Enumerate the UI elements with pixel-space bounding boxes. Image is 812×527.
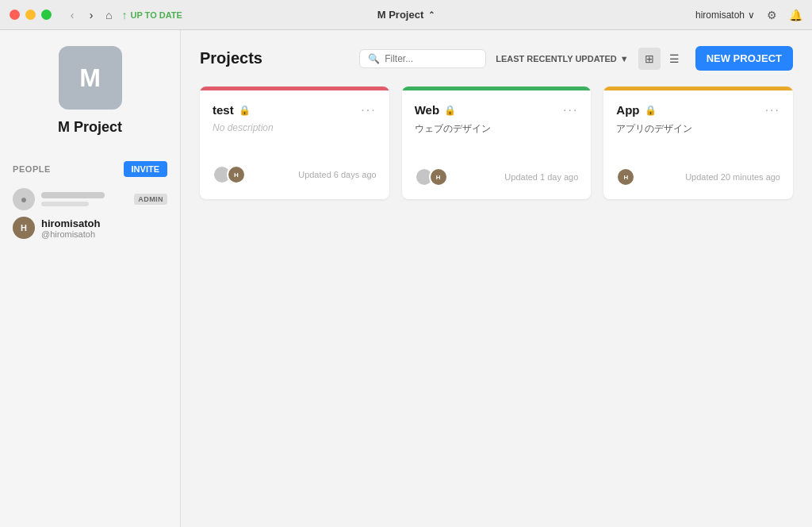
card-title-row: Web 🔒	[415, 103, 456, 117]
avatar-initial: H	[21, 223, 27, 233]
card-description-app: アプリのデザイン	[616, 122, 780, 136]
card-menu-button[interactable]: ···	[361, 103, 376, 117]
new-project-button[interactable]: NEW PROJECT	[695, 46, 793, 71]
filter-input-wrap[interactable]: 🔍	[359, 49, 486, 68]
card-footer-app: H Updated 20 minutes ago	[616, 167, 780, 187]
lock-icon: 🔒	[444, 105, 456, 116]
person-handle-blurred	[41, 202, 89, 206]
card-header-test: test 🔒 ···	[213, 103, 377, 117]
minimize-button[interactable]	[25, 10, 36, 20]
card-footer-web: H Updated 1 day ago	[415, 167, 579, 187]
person-handle: @hiromisatoh	[41, 229, 167, 239]
user-name-label: hiromisatoh	[695, 10, 745, 21]
card-description-web: ウェブのデザイン	[415, 122, 579, 136]
person-info: hiromisatoh @hiromisatoh	[41, 217, 167, 239]
card-header-web: Web 🔒 ···	[415, 103, 579, 117]
avatar: H	[616, 167, 635, 187]
people-label: PEOPLE	[13, 164, 51, 174]
main-content: Projects 🔍 LEAST RECENTLY UPDATED ▼ ⊞ ☰ …	[181, 30, 812, 527]
view-controls: ⊞ ☰	[638, 48, 686, 70]
grid-view-button[interactable]: ⊞	[638, 48, 661, 70]
card-title-web: Web	[415, 103, 439, 117]
people-section: PEOPLE INVITE ● ADMIN H h	[13, 161, 167, 242]
nav-back-button[interactable]: ‹	[64, 7, 80, 23]
avatar-stack: H	[616, 167, 635, 187]
project-title-center[interactable]: M Project ⌃	[377, 9, 435, 21]
projects-grid: test 🔒 ··· No description H Updated 6 da…	[200, 87, 793, 199]
person-icon: ●	[21, 193, 27, 206]
titlebar-project-name: M Project	[377, 9, 424, 21]
card-body-test: test 🔒 ··· No description H Updated 6 da…	[200, 90, 389, 197]
sidebar: M M Project PEOPLE INVITE ● ADMIN	[0, 30, 181, 527]
avatar: H	[429, 167, 448, 187]
search-icon: 🔍	[368, 53, 380, 64]
sidebar-project-name: M Project	[58, 119, 122, 136]
projects-header: Projects 🔍 LEAST RECENTLY UPDATED ▼ ⊞ ☰ …	[200, 46, 793, 71]
card-footer-test: H Updated 6 days ago	[213, 165, 377, 184]
person-name-blurred	[41, 192, 105, 198]
section-header: PEOPLE INVITE	[13, 161, 167, 177]
status-indicator: ↑ UP TO DATE	[121, 9, 182, 21]
avatar-stack: H	[415, 167, 448, 187]
project-card-app[interactable]: App 🔒 ··· アプリのデザイン H Updated 20 minutes …	[603, 87, 793, 199]
close-button[interactable]	[10, 10, 20, 20]
avatar: H	[227, 165, 246, 184]
list-view-button[interactable]: ☰	[664, 48, 686, 70]
nav-forward-button[interactable]: ›	[83, 7, 99, 23]
project-card-web[interactable]: Web 🔒 ··· ウェブのデザイン H Updated 1 day ago	[402, 87, 592, 199]
card-title-app: App	[616, 103, 639, 117]
card-body-web: Web 🔒 ··· ウェブのデザイン H Updated 1 day ago	[402, 90, 592, 199]
user-menu[interactable]: hiromisatoh ∨	[695, 10, 755, 21]
maximize-button[interactable]	[41, 10, 52, 20]
sort-control[interactable]: LEAST RECENTLY UPDATED ▼	[496, 54, 628, 63]
avatar: ●	[13, 188, 35, 210]
user-chevron-icon: ∨	[748, 10, 755, 21]
titlebar: ‹ › ⌂ ↑ UP TO DATE M Project ⌃ hiromisat…	[0, 0, 812, 30]
main-layout: M M Project PEOPLE INVITE ● ADMIN	[0, 30, 812, 527]
page-title: Projects	[200, 49, 262, 67]
invite-button[interactable]: INVITE	[124, 161, 167, 177]
avatar-stack: H	[213, 165, 246, 184]
list-item: ● ADMIN	[13, 185, 167, 213]
sort-chevron-icon: ▼	[620, 54, 629, 63]
bell-icon[interactable]: 🔔	[788, 8, 802, 22]
card-title-test: test	[213, 103, 234, 117]
status-arrow-icon: ↑	[121, 9, 127, 21]
card-description-test: No description	[213, 122, 377, 133]
project-avatar: M	[59, 46, 122, 110]
avatar-letter: M	[79, 63, 101, 93]
list-item: H hiromisatoh @hiromisatoh	[13, 213, 167, 242]
person-info	[41, 192, 128, 206]
lock-icon: 🔒	[239, 105, 251, 116]
person-name: hiromisatoh	[41, 217, 167, 229]
card-updated-app: Updated 20 minutes ago	[685, 172, 780, 182]
filter-input[interactable]	[385, 53, 477, 64]
card-menu-button[interactable]: ···	[765, 103, 780, 117]
settings-icon[interactable]: ⚙	[764, 8, 779, 22]
card-header-app: App 🔒 ···	[616, 103, 780, 117]
avatar: H	[13, 217, 35, 239]
card-title-row: App 🔒	[616, 103, 656, 117]
admin-badge: ADMIN	[134, 194, 167, 205]
titlebar-right: hiromisatoh ∨ ⚙ 🔔	[695, 8, 802, 22]
status-label: UP TO DATE	[130, 10, 182, 20]
card-title-row: test 🔒	[213, 103, 251, 117]
card-menu-button[interactable]: ···	[563, 103, 578, 117]
card-body-app: App 🔒 ··· アプリのデザイン H Updated 20 minutes …	[603, 90, 793, 199]
titlebar-chevron-icon: ⌃	[428, 10, 435, 19]
project-card-test[interactable]: test 🔒 ··· No description H Updated 6 da…	[200, 87, 389, 199]
sort-label: LEAST RECENTLY UPDATED	[496, 54, 617, 63]
traffic-lights	[10, 10, 52, 20]
lock-icon: 🔒	[645, 105, 657, 116]
home-icon[interactable]: ⌂	[105, 9, 112, 21]
nav-controls: ‹ ›	[64, 7, 99, 23]
card-updated-web: Updated 1 day ago	[504, 172, 578, 182]
card-updated-test: Updated 6 days ago	[298, 170, 376, 179]
